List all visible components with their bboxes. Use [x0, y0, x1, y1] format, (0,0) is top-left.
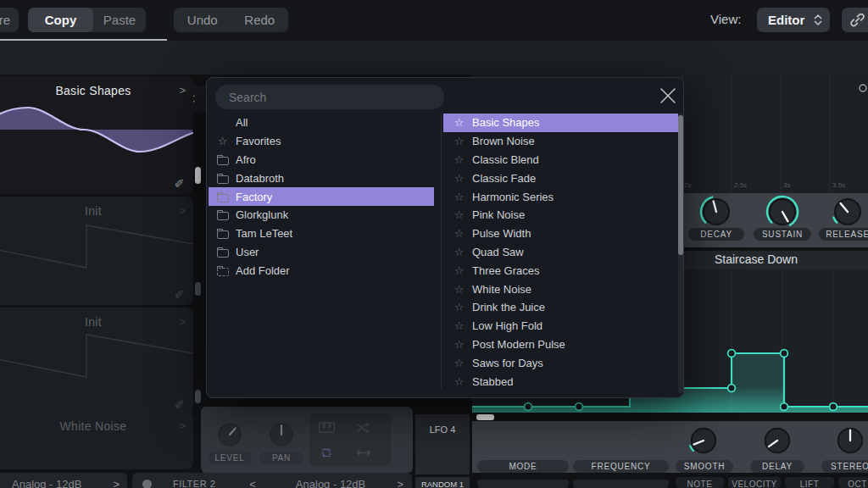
folder-row[interactable]: Add Folder [209, 261, 434, 280]
preset-row[interactable]: White Noise [443, 280, 678, 298]
preset-row-star-icon[interactable] [453, 208, 465, 221]
close-icon[interactable] [658, 86, 678, 106]
sustain-knob[interactable] [765, 195, 799, 229]
osc2-edit-pencil-icon[interactable]: ✎ [173, 289, 186, 299]
preset-scrollbar-handle[interactable] [678, 115, 683, 255]
preset-row-label: Classic Blend [472, 153, 539, 166]
preset-row[interactable]: Stabbed [443, 372, 678, 391]
level-knob[interactable] [215, 420, 244, 449]
preset-row[interactable]: Quad Saw [443, 243, 678, 262]
folder-row[interactable]: All [209, 114, 434, 132]
preset-row-star-icon[interactable] [453, 135, 465, 147]
link-icon [849, 12, 865, 28]
arrows-horizontal-icon[interactable] [356, 448, 371, 458]
sampler-next-icon[interactable]: > [179, 419, 186, 432]
redo-button[interactable]: Redo [231, 13, 289, 27]
osc3-panel[interactable]: Init > ✎ [0, 308, 193, 415]
preset-row[interactable]: Drink the Juice [443, 298, 678, 317]
share-button-truncated[interactable]: re [0, 8, 19, 32]
sampler-name[interactable]: White Noise [0, 419, 193, 433]
folder-row-label: Afro [236, 153, 256, 166]
preset-row[interactable]: Basic Shapes [443, 114, 678, 132]
osc2-panel[interactable]: Init > ✎ [0, 197, 193, 305]
osc1-panel[interactable]: Basic Shapes > ✎ [0, 76, 193, 194]
preset-row-label: Drink the Juice [472, 301, 545, 313]
preset-row-star-icon[interactable] [453, 172, 465, 185]
preset-row-star-icon[interactable] [453, 375, 465, 388]
preset-row[interactable]: Post Modern Pulse [443, 336, 678, 354]
lfo-phase-handle[interactable] [476, 414, 494, 420]
mod-tab-note[interactable]: NOTE [676, 477, 724, 488]
filter1-selector[interactable]: Analog - 12dB > [0, 473, 127, 488]
osc3-edit-pencil-icon[interactable]: ✎ [173, 399, 186, 409]
lfo4-tab[interactable]: LFO 4 [415, 414, 470, 474]
preset-row[interactable]: Low High Fold [443, 317, 678, 336]
folder-row[interactable]: Afro [209, 151, 434, 169]
preset-row[interactable]: Harmonic Series [443, 187, 678, 206]
preset-row-star-icon[interactable] [453, 338, 465, 351]
folder-row[interactable]: Factory [209, 187, 434, 206]
keyboard-track-icon[interactable] [319, 422, 335, 433]
osc1-edit-pencil-icon[interactable]: ✎ [173, 178, 186, 188]
preset-row[interactable]: Three Graces [443, 261, 678, 280]
paste-button[interactable]: Paste [93, 8, 146, 32]
preset-row-star-icon[interactable] [453, 283, 465, 296]
preset-row-star-icon[interactable] [453, 357, 465, 369]
folder-row-icon [216, 172, 229, 185]
random-mode-box-partial[interactable] [477, 480, 569, 488]
osc1-scrollbar[interactable] [195, 167, 201, 184]
filter2-prev-icon[interactable]: < [249, 478, 256, 488]
mod-tab-velocity[interactable]: VELOCITY [728, 477, 781, 488]
loop-icon[interactable] [319, 446, 334, 459]
random-frequency-box-partial[interactable] [573, 480, 669, 488]
preset-row-star-icon[interactable] [453, 227, 465, 240]
osc1-sine-wave [0, 92, 193, 189]
folder-row[interactable]: Tam LeTeet [209, 225, 434, 243]
copy-button[interactable]: Copy [28, 8, 93, 32]
filter2-next-icon[interactable]: > [397, 478, 403, 488]
mod-tab-lift[interactable]: LIFT [785, 477, 834, 488]
random1-tab[interactable]: RANDOM 1 [415, 477, 470, 488]
mod-tab-octnote[interactable]: OCT N [838, 477, 868, 488]
osc3-scrollbar[interactable] [195, 390, 201, 403]
folder-row-label: All [236, 116, 248, 129]
view-selector[interactable]: Editor [757, 8, 830, 32]
folder-row[interactable]: Databroth [209, 169, 434, 187]
delay-knob[interactable] [761, 424, 793, 457]
search-input[interactable] [215, 85, 444, 109]
preset-row[interactable]: Vital Sine 2 [443, 391, 678, 396]
preset-row[interactable]: Classic Fade [443, 169, 678, 187]
preset-row-star-icon[interactable] [453, 264, 465, 277]
release-knob[interactable] [831, 195, 865, 229]
preset-row[interactable]: Brown Noise [443, 132, 678, 151]
preset-row-star-icon[interactable] [453, 319, 465, 332]
undo-button[interactable]: Undo [174, 13, 231, 27]
lfo-frequency-label: FREQUENCY [573, 460, 669, 473]
osc2-scrollbar[interactable] [195, 282, 201, 296]
preset-row-star-icon[interactable] [453, 246, 465, 258]
filter2-label: FILTER 2 [173, 479, 215, 488]
stereo-knob[interactable] [834, 424, 866, 457]
preset-row-star-icon[interactable] [453, 191, 465, 203]
decay-knob[interactable] [699, 195, 733, 229]
folder-row[interactable]: Favorites [209, 132, 434, 151]
filter2-value[interactable]: Analog - 12dB [296, 478, 365, 488]
pan-knob[interactable] [267, 420, 296, 449]
preset-row-star-icon[interactable] [453, 116, 465, 129]
preset-row[interactable]: Pulse Width [443, 225, 678, 243]
smooth-knob[interactable] [687, 424, 720, 457]
preset-row[interactable]: Classic Blend [443, 151, 678, 169]
filter2-power-toggle[interactable] [142, 480, 152, 488]
preset-row-star-icon[interactable] [453, 393, 465, 396]
filter1-next-icon[interactable]: > [113, 478, 120, 488]
folder-row[interactable]: User [209, 243, 434, 262]
envelope-node[interactable] [860, 85, 866, 92]
link-button[interactable] [842, 8, 868, 32]
preset-row-star-icon[interactable] [453, 301, 465, 313]
sampler-panel[interactable]: White Noise > [0, 412, 193, 469]
folder-row[interactable]: Glorkglunk [209, 206, 434, 225]
shuffle-icon[interactable] [356, 422, 371, 434]
preset-row-star-icon[interactable] [453, 153, 465, 166]
preset-row[interactable]: Saws for Days [443, 353, 678, 372]
preset-row[interactable]: Pink Noise [443, 206, 678, 225]
